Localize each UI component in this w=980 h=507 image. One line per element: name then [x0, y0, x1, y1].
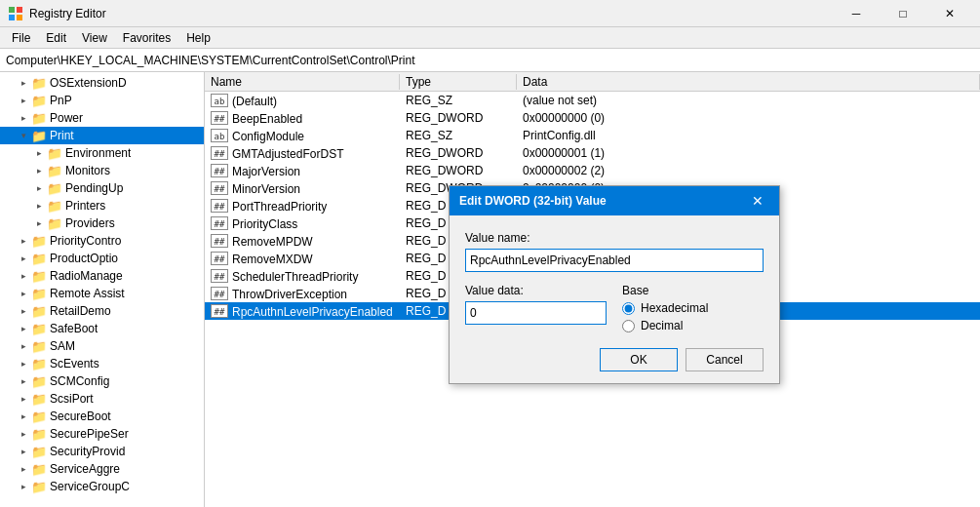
- tree-expander-icon[interactable]: ▸: [16, 479, 31, 494]
- table-row[interactable]: ab(Default)REG_SZ(value not set): [205, 92, 980, 109]
- ok-button[interactable]: OK: [600, 348, 678, 371]
- tree-item[interactable]: ▸📁ServiceGroupC: [0, 478, 204, 495]
- tree-item[interactable]: ▸📁PnP: [0, 92, 204, 109]
- value-name-text: BeepEnabled: [232, 111, 302, 125]
- edit-dword-dialog: Edit DWORD (32-bit) Value ✕ Value name: …: [449, 185, 780, 384]
- tree-expander-icon[interactable]: ▸: [31, 215, 47, 231]
- hex-radio-label[interactable]: Hexadecimal: [622, 301, 764, 315]
- tree-expander-icon[interactable]: ▸: [16, 444, 31, 459]
- tree-item[interactable]: ▸📁ScEvents: [0, 355, 204, 372]
- tree-expander-icon[interactable]: ▸: [16, 426, 31, 442]
- title-bar: Registry Editor ─ □ ✕: [0, 0, 980, 27]
- tree-item[interactable]: ▸📁SafeBoot: [0, 320, 204, 337]
- value-name-text: MajorVersion: [232, 164, 300, 177]
- value-data-label: Value data:: [465, 284, 607, 297]
- value-name-text: ConfigModule: [232, 129, 304, 142]
- tree-expander-icon[interactable]: ▸: [31, 163, 47, 178]
- tree-item[interactable]: ▸📁Providers: [0, 214, 204, 232]
- tree-item[interactable]: ▸📁Environment: [0, 144, 204, 162]
- tree-expander-icon[interactable]: ▸: [16, 251, 31, 266]
- tree-item[interactable]: ▸📁OSExtensionD: [0, 74, 204, 92]
- table-row[interactable]: ##GMTAdjustedForDSTREG_DWORD0x00000001 (…: [205, 144, 980, 162]
- value-name-text: PriorityClass: [232, 216, 297, 230]
- menu-favorites[interactable]: Favorites: [115, 29, 178, 47]
- tree-item[interactable]: ▸📁ProductOptio: [0, 250, 204, 267]
- value-data-cell: 0x00000002 (2): [517, 163, 980, 178]
- dec-radio[interactable]: [622, 320, 635, 332]
- value-name-text: (Default): [232, 94, 277, 107]
- menu-file[interactable]: File: [4, 29, 38, 47]
- tree-item[interactable]: ▸📁ScsiPort: [0, 390, 204, 408]
- reg-value-icon: ##: [211, 234, 228, 248]
- tree-item[interactable]: ▸📁Power: [0, 109, 204, 127]
- value-type-cell: REG_SZ: [400, 128, 517, 143]
- tree-expander-icon[interactable]: ▸: [16, 321, 31, 336]
- value-name-cell: abConfigModule: [205, 128, 400, 144]
- menu-view[interactable]: View: [74, 29, 115, 47]
- tree-expander-icon[interactable]: ▸: [16, 286, 31, 301]
- tree-item[interactable]: ▸📁SCMConfig: [0, 372, 204, 390]
- dialog-close-button[interactable]: ✕: [746, 189, 769, 213]
- cancel-button[interactable]: Cancel: [686, 348, 764, 371]
- tree-expander-icon[interactable]: ▸: [31, 180, 47, 196]
- tree-item[interactable]: ▸📁ServiceAggre: [0, 460, 204, 478]
- folder-icon: 📁: [31, 444, 47, 459]
- tree-expander-icon[interactable]: ▸: [16, 93, 31, 108]
- tree-item-label: Remote Assist: [50, 287, 125, 300]
- tree-item[interactable]: ▸📁Monitors: [0, 162, 204, 179]
- tree-item[interactable]: ▸📁Printers: [0, 197, 204, 214]
- tree-item[interactable]: ▾📁Print: [0, 127, 204, 144]
- tree-expander-icon[interactable]: ▸: [16, 338, 31, 354]
- tree-expander-icon[interactable]: ▸: [16, 233, 31, 249]
- menu-edit[interactable]: Edit: [38, 29, 74, 47]
- tree-expander-icon[interactable]: ▸: [16, 110, 31, 126]
- value-name-cell: ##BeepEnabled: [205, 110, 400, 127]
- tree-item[interactable]: ▸📁Remote Assist: [0, 285, 204, 302]
- col-header-type: Type: [400, 74, 517, 90]
- tree-item[interactable]: ▸📁SecureBoot: [0, 408, 204, 425]
- value-name-input[interactable]: [465, 249, 764, 272]
- tree-item[interactable]: ▸📁SAM: [0, 337, 204, 355]
- hex-radio[interactable]: [622, 302, 635, 315]
- svg-rect-2: [9, 15, 15, 20]
- menu-help[interactable]: Help: [178, 29, 218, 47]
- tree-pane[interactable]: ▸📁OSExtensionD▸📁PnP▸📁Power▾📁Print▸📁Envir…: [0, 72, 205, 507]
- value-type-cell: REG_SZ: [400, 93, 517, 108]
- tree-expander-icon[interactable]: ▸: [31, 145, 47, 161]
- folder-icon: 📁: [31, 409, 47, 424]
- value-name-text: RemoveMPDW: [232, 234, 313, 248]
- tree-expander-icon[interactable]: ▸: [16, 391, 31, 407]
- maximize-button[interactable]: □: [881, 0, 925, 27]
- table-row[interactable]: abConfigModuleREG_SZPrintConfig.dll: [205, 127, 980, 144]
- tree-expander-icon[interactable]: ▸: [31, 198, 47, 214]
- value-data-input[interactable]: [465, 301, 607, 325]
- tree-expander-icon[interactable]: ▸: [16, 356, 31, 371]
- tree-item[interactable]: ▸📁PendingUp: [0, 179, 204, 197]
- address-bar: Computer\HKEY_LOCAL_MACHINE\SYSTEM\Curre…: [0, 49, 980, 72]
- tree-expander-icon[interactable]: ▾: [16, 128, 31, 143]
- tree-item[interactable]: ▸📁SecurePipeSer: [0, 425, 204, 443]
- tree-expander-icon[interactable]: ▸: [16, 268, 31, 284]
- tree-expander-icon[interactable]: ▸: [16, 461, 31, 477]
- dec-radio-label[interactable]: Decimal: [622, 319, 764, 332]
- tree-expander-icon[interactable]: ▸: [16, 409, 31, 424]
- value-type-cell: REG_DWORD: [400, 145, 517, 161]
- table-row[interactable]: ##BeepEnabledREG_DWORD0x00000000 (0): [205, 109, 980, 127]
- tree-expander-icon[interactable]: ▸: [16, 373, 31, 389]
- tree-item[interactable]: ▸📁RadioManage: [0, 267, 204, 285]
- tree-item-label: PriorityContro: [50, 234, 121, 248]
- tree-item-label: SecureBoot: [50, 410, 111, 423]
- tree-item[interactable]: ▸📁SecurityProvid: [0, 443, 204, 460]
- tree-item[interactable]: ▸📁RetailDemo: [0, 302, 204, 320]
- table-row[interactable]: ##MajorVersionREG_DWORD0x00000002 (2): [205, 162, 980, 179]
- reg-value-icon: ##: [211, 111, 228, 125]
- folder-icon: 📁: [47, 215, 62, 231]
- minimize-button[interactable]: ─: [834, 0, 879, 27]
- close-button[interactable]: ✕: [927, 0, 972, 27]
- tree-item-label: RetailDemo: [50, 304, 111, 318]
- hex-radio-text: Hexadecimal: [641, 301, 708, 315]
- tree-expander-icon[interactable]: ▸: [16, 75, 31, 91]
- tree-item[interactable]: ▸📁PriorityContro: [0, 232, 204, 250]
- folder-icon: 📁: [47, 198, 62, 214]
- tree-expander-icon[interactable]: ▸: [16, 303, 31, 319]
